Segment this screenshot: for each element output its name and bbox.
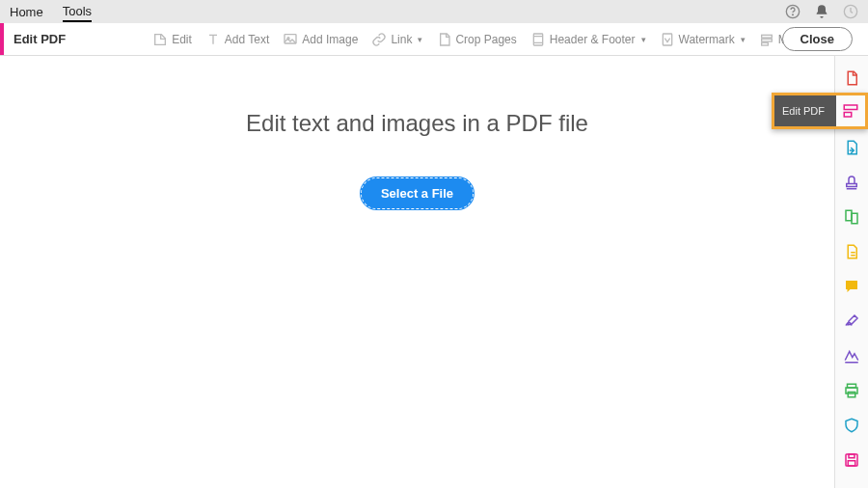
add-image-tool[interactable]: Add Image: [283, 32, 358, 47]
main-content: Edit text and images in a PDF file Selec…: [0, 56, 834, 488]
comment-icon[interactable]: [843, 278, 860, 295]
add-text-label: Add Text: [225, 33, 269, 46]
print-icon[interactable]: [843, 382, 860, 399]
stamp-icon[interactable]: [843, 174, 860, 191]
svg-rect-13: [852, 213, 857, 224]
organize-icon[interactable]: [843, 243, 860, 260]
tabs-left: Home Tools: [10, 0, 92, 23]
select-file-button[interactable]: Select a File: [361, 177, 474, 209]
redact-icon[interactable]: [843, 347, 860, 365]
crop-label: Crop Pages: [455, 33, 516, 46]
edit-pdf-toolbar: Edit PDF Edit Add Text Add Image Link ▾ …: [0, 23, 868, 56]
header-footer-tool[interactable]: Header & Footer ▾: [530, 32, 646, 47]
svg-rect-22: [844, 113, 852, 118]
svg-rect-8: [761, 39, 772, 41]
tabs-right: [785, 4, 858, 19]
crop-tool[interactable]: Crop Pages: [436, 32, 516, 47]
combine-icon[interactable]: [843, 208, 860, 226]
close-button[interactable]: Close: [782, 27, 853, 51]
bell-icon[interactable]: [814, 4, 829, 19]
tab-home[interactable]: Home: [10, 3, 43, 21]
create-pdf-icon[interactable]: [843, 69, 860, 87]
tab-tools[interactable]: Tools: [63, 2, 92, 22]
toolbar-items: Edit Add Text Add Image Link ▾ Crop Page…: [152, 32, 815, 47]
header-footer-label: Header & Footer: [550, 33, 636, 46]
export-pdf-icon[interactable]: [843, 139, 860, 156]
svg-rect-12: [846, 210, 852, 221]
svg-rect-19: [848, 461, 855, 466]
profile-icon[interactable]: [843, 4, 858, 19]
add-image-label: Add Image: [302, 33, 358, 46]
add-text-tool[interactable]: Add Text: [205, 32, 269, 47]
save-icon[interactable]: [843, 451, 860, 469]
chevron-down-icon: ▾: [741, 35, 746, 44]
link-label: Link: [391, 33, 412, 46]
toolbar-title: Edit PDF: [4, 32, 75, 46]
top-tabs-bar: Home Tools: [0, 0, 868, 23]
chevron-down-icon: ▾: [641, 35, 646, 44]
shield-icon[interactable]: [843, 417, 860, 434]
watermark-tool[interactable]: Watermark ▾: [660, 32, 746, 47]
edit-pdf-tooltip: Edit PDF: [772, 93, 868, 129]
link-tool[interactable]: Link ▾: [371, 32, 422, 47]
svg-rect-7: [761, 35, 772, 38]
svg-rect-18: [849, 454, 854, 458]
svg-rect-6: [663, 34, 671, 45]
tooltip-label: Edit PDF: [774, 95, 836, 126]
svg-point-1: [793, 14, 794, 15]
tooltip-edit-icon[interactable]: [836, 95, 865, 126]
edit-label: Edit: [172, 33, 192, 46]
main-heading: Edit text and images in a PDF file: [246, 110, 588, 137]
chevron-down-icon: ▾: [418, 35, 422, 44]
svg-rect-5: [533, 34, 542, 45]
help-icon[interactable]: [785, 4, 800, 19]
svg-rect-9: [761, 42, 768, 45]
sign-icon[interactable]: [843, 312, 860, 330]
watermark-label: Watermark: [679, 33, 735, 46]
edit-tool[interactable]: Edit: [152, 32, 192, 47]
svg-rect-21: [844, 105, 857, 110]
